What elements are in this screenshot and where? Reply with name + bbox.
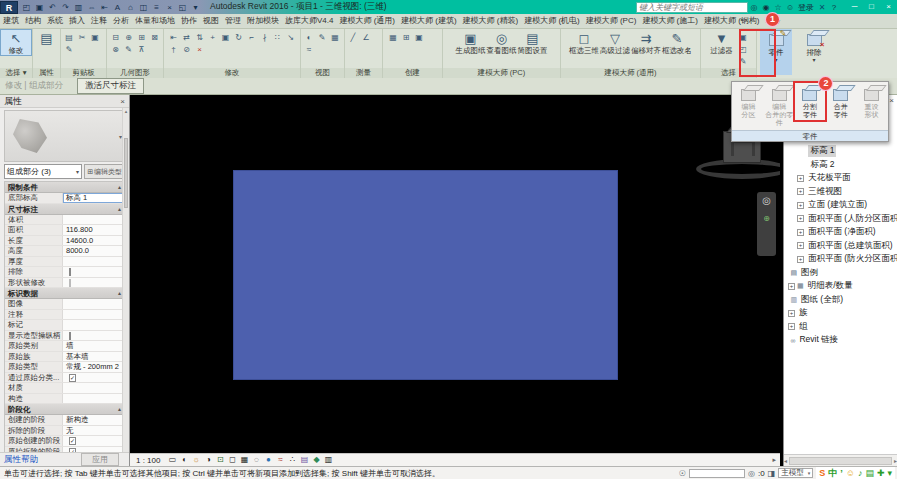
- view-scale[interactable]: 1 : 100: [136, 456, 160, 465]
- copy-icon[interactable]: ▣: [219, 32, 232, 44]
- ribbon-tab[interactable]: 系统: [44, 14, 66, 28]
- accessibility-icon[interactable]: ☉: [679, 469, 686, 478]
- skin-icon[interactable]: ✚: [877, 467, 885, 479]
- close-properties-icon[interactable]: ×: [120, 97, 125, 106]
- save-selection-icon[interactable]: ▣: [737, 32, 750, 44]
- scale-icon[interactable]: ↘: [284, 32, 297, 44]
- ribbon-tab[interactable]: 建筑: [0, 14, 22, 28]
- browser-item-label[interactable]: 面积平面 (防火分区面积): [806, 253, 897, 265]
- ribbon-tab[interactable]: 建模大师 (PC): [583, 14, 640, 28]
- browser-item-label[interactable]: 标高 1: [808, 145, 836, 157]
- ribbon-tab[interactable]: 建模大师 (精装): [460, 14, 522, 28]
- browser-item[interactable]: 标高 2: [784, 158, 897, 172]
- browser-item-label[interactable]: Revit 链接: [797, 334, 840, 346]
- ribbon-tab[interactable]: 管理: [222, 14, 244, 28]
- sun-path-icon[interactable]: ☼: [190, 454, 202, 466]
- browser-item-label[interactable]: 图例: [799, 267, 820, 279]
- property-group-header[interactable]: 尺寸标注▴: [5, 204, 124, 215]
- scroll-right-icon[interactable]: ▸: [772, 456, 776, 464]
- punctuation-icon[interactable]: ’: [840, 467, 843, 479]
- design-options-icon[interactable]: ◨: [768, 469, 776, 478]
- exclude-button[interactable]: × 排除 ▾: [798, 29, 830, 75]
- sogou-logo-icon[interactable]: S: [819, 467, 825, 479]
- browser-item[interactable]: ∞Revit 链接: [784, 334, 897, 348]
- print-icon[interactable]: ▥: [72, 3, 85, 12]
- expand-icon[interactable]: +: [788, 310, 795, 317]
- aligned-dimension-icon[interactable]: ⇤: [98, 3, 111, 12]
- browser-item[interactable]: +组: [784, 320, 897, 334]
- join-geometry-icon[interactable]: ⊕: [122, 32, 135, 44]
- cut-geometry-icon[interactable]: ⊟: [109, 32, 122, 44]
- soft-keyboard-icon[interactable]: ▤: [865, 467, 874, 479]
- unjoin-geometry-icon[interactable]: ⊗: [109, 44, 122, 56]
- property-checkbox[interactable]: ✓: [69, 437, 76, 445]
- undo-icon[interactable]: ↶: [46, 3, 59, 12]
- activate-dimensions-button[interactable]: 激活尺寸标注: [77, 78, 144, 94]
- property-value[interactable]: 标高 1: [63, 193, 124, 203]
- override-graphics-icon[interactable]: ▦: [329, 32, 342, 44]
- browser-item[interactable]: ▥图纸 (全部): [784, 293, 897, 307]
- browser-item[interactable]: +面积平面 (人防分区面积): [784, 212, 897, 226]
- show-rendering-icon[interactable]: ⊡: [214, 454, 226, 466]
- edit-selection-icon[interactable]: ✎: [737, 56, 750, 68]
- reveal-hidden-elements-icon[interactable]: ≈: [274, 454, 286, 466]
- measure-icon[interactable]: ⇔: [85, 3, 98, 12]
- measure-icon[interactable]: ╱: [347, 32, 360, 44]
- favorites-icon[interactable]: ☆: [772, 3, 784, 12]
- show-crop-region-icon[interactable]: ▦: [238, 454, 250, 466]
- editing-requests-icon[interactable]: ◎: [748, 469, 755, 478]
- displace-elements-icon[interactable]: ≈: [303, 44, 316, 56]
- array-icon[interactable]: ∷: [271, 32, 284, 44]
- chinese-mode-icon[interactable]: 中: [828, 467, 837, 479]
- property-value[interactable]: [63, 383, 124, 393]
- sign-in-icon[interactable]: ☺: [784, 3, 796, 12]
- browser-item-label[interactable]: 面积平面 (净面积): [806, 226, 878, 238]
- paste-icon[interactable]: ▤: [63, 32, 76, 44]
- ribbon-tab[interactable]: 插入: [66, 14, 88, 28]
- expand-icon[interactable]: +: [797, 229, 804, 236]
- property-checkbox[interactable]: [69, 268, 71, 276]
- property-value[interactable]: 基本墙: [63, 352, 124, 362]
- steering-wheel-icon[interactable]: ◎: [762, 196, 771, 206]
- close-hidden-windows-icon[interactable]: ×: [163, 3, 176, 12]
- highlight-displacement-icon[interactable]: ▥: [322, 454, 334, 466]
- divide-parts-button[interactable]: 分割零件2: [795, 83, 826, 120]
- close-icon[interactable]: ×: [880, 0, 897, 14]
- cut-icon[interactable]: ✂: [76, 32, 89, 44]
- linework-icon[interactable]: ✎: [316, 32, 329, 44]
- browser-item[interactable]: +面积平面 (净面积): [784, 226, 897, 240]
- property-value[interactable]: 新构造: [63, 415, 124, 425]
- application-menu-button[interactable]: R: [0, 1, 18, 14]
- property-value[interactable]: [63, 299, 124, 309]
- voice-input-icon[interactable]: ♪: [858, 467, 863, 479]
- toolbox-icon[interactable]: ▾: [887, 467, 892, 479]
- browser-horizontal-scrollbar[interactable]: ◂ ▸: [784, 454, 897, 466]
- ribbon-tab[interactable]: 协作: [178, 14, 200, 28]
- element-type-selector[interactable]: 组成部分 (3)▾: [4, 164, 82, 179]
- minimize-icon[interactable]: ─: [846, 0, 863, 14]
- copy-icon[interactable]: ▣: [89, 32, 102, 44]
- pin-icon[interactable]: †: [167, 44, 180, 56]
- modify-button[interactable]: ↖ 修改: [1, 30, 31, 55]
- wall-joins-icon[interactable]: ⊞: [135, 32, 148, 44]
- detail-level-icon[interactable]: ▭: [166, 454, 178, 466]
- property-value[interactable]: 14600.0: [63, 236, 124, 246]
- advanced-filter-button[interactable]: ▽高级过滤: [600, 30, 630, 55]
- browser-item-label[interactable]: 天花板平面: [806, 172, 853, 184]
- property-group-header[interactable]: 限制条件▴: [5, 182, 124, 193]
- sign-in-label[interactable]: 登录: [798, 2, 814, 13]
- temporary-hide-isolate-icon[interactable]: ●: [262, 454, 274, 466]
- browser-item-label[interactable]: 面积平面 (人防分区面积): [806, 213, 897, 225]
- merge-parts-button[interactable]: 合并零件: [825, 83, 856, 120]
- ribbon-tab[interactable]: 注释: [88, 14, 110, 28]
- browser-item[interactable]: +三维视图: [784, 185, 897, 199]
- redo-icon[interactable]: ↷: [59, 3, 72, 12]
- delete-icon[interactable]: ×: [193, 44, 206, 56]
- help-icon[interactable]: ?: [828, 3, 840, 12]
- save-icon[interactable]: ▣: [33, 3, 46, 12]
- communication-center-icon[interactable]: ◉: [760, 3, 772, 12]
- exchange-apps-icon[interactable]: ✕: [816, 3, 828, 12]
- property-value[interactable]: [63, 310, 124, 320]
- emoji-icon[interactable]: ☺: [846, 467, 855, 479]
- browser-item[interactable]: +族: [784, 307, 897, 321]
